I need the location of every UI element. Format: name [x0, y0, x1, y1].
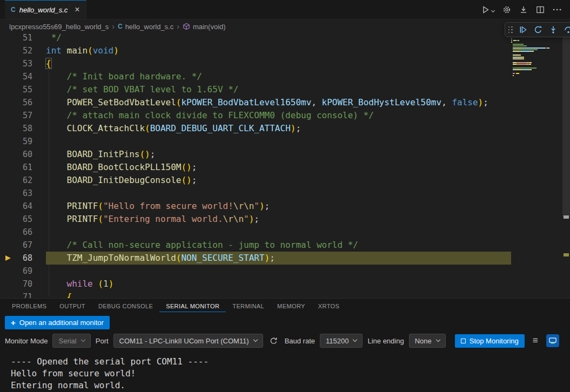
code-line-70[interactable]: 70 while (1)	[0, 278, 511, 290]
code-text[interactable]: POWER_SetBodVbatLevel(kPOWER_BodVbatLeve…	[46, 96, 511, 109]
code-line-66[interactable]: 66	[0, 226, 511, 239]
panel-tab-problems[interactable]: PROBLEMS	[5, 300, 53, 312]
download-flash-icon[interactable]	[519, 5, 528, 14]
code-text[interactable]: while (1)	[46, 278, 511, 290]
gutter[interactable]: 59	[0, 135, 46, 148]
breadcrumb-symbol[interactable]: main(void)	[183, 23, 226, 31]
code-text[interactable]: {	[46, 290, 511, 298]
panel-tab-serial-monitor[interactable]: SERIAL MONITOR	[159, 300, 226, 312]
clear-output-icon[interactable]: ≡	[529, 335, 541, 347]
gutter[interactable]: 70	[0, 278, 46, 290]
code-line-61[interactable]: 61 BOARD_BootClockPLL150M();	[0, 161, 511, 174]
code-text[interactable]: /* Init board hardware. */	[46, 70, 511, 83]
panel-tab-memory[interactable]: MEMORY	[271, 300, 312, 312]
code-line-59[interactable]: 59	[0, 135, 511, 148]
code-line-56[interactable]: 56 POWER_SetBodVbatLevel(kPOWER_BodVbatL…	[0, 96, 511, 109]
breadcrumb-file[interactable]: C hello_world_s.c	[118, 23, 173, 31]
panel-tab-output[interactable]: OUTPUT	[53, 300, 92, 312]
code-text[interactable]: PRINTF("Hello from secure world!\r\n");	[46, 200, 511, 213]
code-line-65[interactable]: 65 PRINTF("Entering normal world.\r\n");	[0, 213, 511, 226]
code-line-64[interactable]: 64 PRINTF("Hello from secure world!\r\n"…	[0, 200, 511, 213]
code-text[interactable]: {	[46, 57, 511, 70]
code-line-69[interactable]: 69	[0, 265, 511, 278]
monitor-mode-select[interactable]: Serial	[52, 334, 90, 348]
line-ending-select[interactable]: None	[409, 334, 446, 348]
gutter[interactable]: 64	[0, 200, 46, 213]
code-text[interactable]: /* set BOD VBAT level to 1.65V */	[46, 83, 511, 96]
code-line-53[interactable]: 53{	[0, 57, 511, 70]
serial-monitor-extension-icon[interactable]	[546, 334, 559, 347]
panel-tab-terminal[interactable]: TERMINAL	[226, 300, 271, 312]
code-line-51[interactable]: 51 */	[0, 33, 511, 44]
code-text[interactable]	[46, 135, 511, 148]
more-actions-icon[interactable]: ···	[553, 5, 562, 14]
code-line-71[interactable]: 71 {	[0, 290, 511, 298]
gutter[interactable]: 53	[0, 57, 46, 70]
restart-button[interactable]	[532, 23, 545, 36]
code-line-60[interactable]: 60 BOARD_InitPins();	[0, 148, 511, 161]
code-text[interactable]: int main(void)	[46, 44, 511, 57]
gutter[interactable]: 58	[0, 122, 46, 135]
breadcrumb-project[interactable]: lpcxpresso55s69_hello_world_s	[9, 23, 109, 31]
code-text[interactable]: BOARD_InitPins();	[46, 148, 511, 161]
open-additional-monitor-button[interactable]: + Open an additional monitor	[5, 316, 110, 329]
scrollbar-thumb[interactable]	[562, 33, 570, 217]
step-into-button[interactable]	[547, 23, 560, 36]
panel-tab-debug-console[interactable]: DEBUG CONSOLE	[92, 300, 159, 312]
stop-monitoring-button[interactable]: Stop Monitoring	[455, 334, 525, 348]
code-text[interactable]: */	[46, 33, 511, 44]
drag-grip-icon[interactable]	[508, 26, 513, 33]
editor-scrollbar[interactable]	[562, 33, 570, 298]
code-text[interactable]	[46, 265, 511, 278]
code-line-68[interactable]: 68 TZM_JumpToNormalWorld(NON_SECURE_STAR…	[0, 252, 511, 265]
baud-rate-select[interactable]: 115200	[320, 334, 363, 348]
code-text[interactable]: BOARD_InitDebugConsole();	[46, 174, 511, 187]
gutter[interactable]: 71	[0, 290, 46, 298]
gutter[interactable]: 62	[0, 174, 46, 187]
code-text[interactable]: TZM_JumpToNormalWorld(NON_SECURE_START);	[46, 252, 511, 265]
close-icon[interactable]: ×	[75, 5, 79, 14]
gutter[interactable]: 68	[0, 252, 46, 265]
code-text[interactable]: PRINTF("Entering normal world.\r\n");	[46, 213, 511, 226]
port-select[interactable]: COM11 - LPC-LinkII UCom Port (COM11)	[113, 334, 263, 348]
code-line-54[interactable]: 54 /* Init board hardware. */	[0, 70, 511, 83]
continue-button[interactable]	[517, 23, 529, 36]
code-text[interactable]: /* Call non-secure application - jump to…	[46, 239, 511, 252]
run-or-debug-icon[interactable]	[481, 5, 494, 14]
serial-output[interactable]: ---- Opened the serial port COM11 ----He…	[0, 352, 570, 391]
gutter[interactable]: 60	[0, 148, 46, 161]
gutter[interactable]: 61	[0, 161, 46, 174]
code-line-52[interactable]: 52int main(void)	[0, 44, 511, 57]
gutter[interactable]: 67	[0, 239, 46, 252]
gutter[interactable]: 52	[0, 44, 46, 57]
code-text[interactable]: /* attach main clock divide to FLEXCOMM0…	[46, 109, 511, 122]
gutter[interactable]: 69	[0, 265, 46, 278]
code-editor[interactable]: 51 */52int main(void)53{54 /* Init board…	[0, 33, 570, 298]
gutter[interactable]: 51	[0, 33, 46, 44]
code-line-55[interactable]: 55 /* set BOD VBAT level to 1.65V */	[0, 83, 511, 96]
gutter[interactable]: 63	[0, 187, 46, 200]
code-text[interactable]: CLOCK_AttachClk(BOARD_DEBUG_UART_CLK_ATT…	[46, 122, 511, 135]
gutter[interactable]: 56	[0, 96, 46, 109]
code-line-67[interactable]: 67 /* Call non-secure application - jump…	[0, 239, 511, 252]
code-line-63[interactable]: 63	[0, 187, 511, 200]
gutter[interactable]: 66	[0, 226, 46, 239]
code-line-62[interactable]: 62 BOARD_InitDebugConsole();	[0, 174, 511, 187]
line-number: 58	[23, 122, 32, 135]
gutter[interactable]: 54	[0, 70, 46, 83]
code-text[interactable]	[46, 226, 511, 239]
panel-tab-xrtos[interactable]: XRTOS	[312, 300, 346, 312]
code-text[interactable]	[46, 187, 511, 200]
code-line-57[interactable]: 57 /* attach main clock divide to FLEXCO…	[0, 109, 511, 122]
gutter[interactable]: 57	[0, 109, 46, 122]
gutter[interactable]: 55	[0, 83, 46, 96]
step-over-button[interactable]	[562, 23, 570, 36]
code-text[interactable]: BOARD_BootClockPLL150M();	[46, 161, 511, 174]
split-editor-icon[interactable]	[536, 5, 545, 14]
tab-hello-world-s-c[interactable]: C hello_world_s.c ×	[5, 0, 86, 19]
minimap[interactable]	[511, 38, 562, 76]
code-line-58[interactable]: 58 CLOCK_AttachClk(BOARD_DEBUG_UART_CLK_…	[0, 122, 511, 135]
settings-gear-icon[interactable]	[502, 5, 511, 14]
refresh-ports-icon[interactable]	[268, 335, 280, 347]
gutter[interactable]: 65	[0, 213, 46, 226]
